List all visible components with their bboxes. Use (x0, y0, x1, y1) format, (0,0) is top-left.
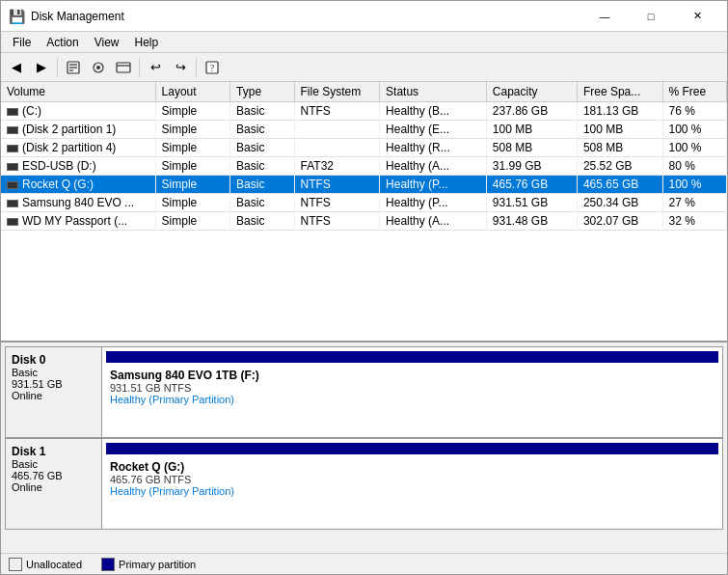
cell-volume: Rocket Q (G:) (1, 176, 155, 194)
cell-status: Healthy (A... (380, 157, 487, 176)
cell-volume: (Disk 2 partition 4) (1, 139, 155, 157)
partition-name-0: Samsung 840 EVO 1TB (F:) (110, 369, 715, 382)
disk-properties-button[interactable] (87, 56, 110, 79)
disk-type-0: Basic (12, 367, 95, 378)
close-button[interactable]: ✕ (675, 2, 719, 31)
redo-button[interactable]: ↪ (169, 56, 192, 79)
cell-free: 302.07 GB (577, 212, 662, 231)
cell-pct: 27 % (662, 194, 727, 212)
cell-capacity: 931.48 GB (486, 212, 577, 231)
table-row[interactable]: ESD-USB (D:) Simple Basic FAT32 Healthy … (1, 157, 727, 176)
table-row[interactable]: Rocket Q (G:) Simple Basic NTFS Healthy … (1, 176, 727, 194)
menu-bar: File Action View Help (1, 32, 727, 53)
cell-type: Basic (230, 212, 294, 231)
cell-volume: WD MY Passport (... (1, 212, 155, 231)
disk-row-0: Disk 0 Basic 931.51 GB Online Samsung 84… (5, 346, 723, 438)
disk-size-1: 465.76 GB (12, 470, 95, 481)
disk-label-0: Disk 0 Basic 931.51 GB Online (6, 347, 102, 437)
cell-free: 508 MB (577, 139, 662, 157)
main-window: 💾 Disk Management — □ ✕ File Action View… (0, 0, 728, 575)
menu-view[interactable]: View (87, 34, 127, 51)
maximize-button[interactable]: □ (629, 2, 673, 31)
minimize-button[interactable]: — (582, 2, 627, 31)
cell-volume: Samsung 840 EVO ... (1, 194, 155, 212)
back-button[interactable]: ◀ (5, 56, 28, 79)
col-layout[interactable]: Layout (155, 82, 230, 102)
cell-type: Basic (230, 157, 294, 176)
table-row[interactable]: (Disk 2 partition 4) Simple Basic Health… (1, 139, 727, 157)
volumes-table: Volume Layout Type File System Status Ca… (1, 82, 727, 231)
disk-partitions-1[interactable]: Rocket Q (G:) 465.76 GB NTFS Healthy (Pr… (102, 439, 722, 529)
cell-type: Basic (230, 194, 294, 212)
partition-size-0: 931.51 GB NTFS (110, 382, 715, 394)
col-capacity[interactable]: Capacity (486, 82, 577, 102)
disk-name-1: Disk 1 (12, 445, 95, 458)
table-container[interactable]: Volume Layout Type File System Status Ca… (1, 82, 727, 341)
menu-action[interactable]: Action (39, 34, 86, 51)
cell-filesystem (294, 121, 380, 139)
unallocated-label: Unallocated (26, 559, 82, 570)
undo-button[interactable]: ↩ (144, 56, 167, 79)
cell-type: Basic (230, 139, 294, 157)
disk-row-1: Disk 1 Basic 465.76 GB Online Rocket Q (… (5, 438, 723, 530)
cell-layout: Simple (155, 121, 230, 139)
cell-capacity: 508 MB (486, 139, 577, 157)
table-row[interactable]: Samsung 840 EVO ... Simple Basic NTFS He… (1, 194, 727, 212)
cell-layout: Simple (155, 157, 230, 176)
cell-volume: (Disk 2 partition 1) (1, 121, 155, 139)
table-row[interactable]: WD MY Passport (... Simple Basic NTFS He… (1, 212, 727, 231)
cell-status: Healthy (A... (380, 212, 487, 231)
cell-type: Basic (230, 102, 294, 121)
legend-primary: Primary partition (101, 558, 196, 571)
disk-partitions-0[interactable]: Samsung 840 EVO 1TB (F:) 931.51 GB NTFS … (102, 347, 722, 437)
cell-filesystem: NTFS (294, 194, 380, 212)
table-row[interactable]: (Disk 2 partition 1) Simple Basic Health… (1, 121, 727, 139)
cell-free: 25.52 GB (577, 157, 662, 176)
partition-status-0: Healthy (Primary Partition) (110, 394, 715, 405)
properties-button[interactable] (62, 56, 85, 79)
col-type[interactable]: Type (230, 82, 294, 102)
cell-pct: 80 % (662, 157, 727, 176)
cell-type: Basic (230, 121, 294, 139)
title-bar-left: 💾 Disk Management (9, 9, 124, 24)
primary-icon (101, 558, 115, 571)
cell-status: Healthy (E... (380, 121, 487, 139)
col-volume[interactable]: Volume (1, 82, 155, 102)
disk-scroll[interactable]: Disk 0 Basic 931.51 GB Online Samsung 84… (1, 342, 727, 553)
menu-file[interactable]: File (5, 34, 39, 51)
col-freespace[interactable]: Free Spa... (577, 82, 662, 102)
menu-help[interactable]: Help (127, 34, 167, 51)
help-button[interactable]: ? (201, 56, 224, 79)
cell-free: 465.65 GB (577, 176, 662, 194)
status-bar: Unallocated Primary partition (1, 553, 727, 574)
partition-name-1: Rocket Q (G:) (110, 460, 715, 474)
col-filesystem[interactable]: File System (294, 82, 380, 102)
partition-bar-1 (106, 443, 718, 454)
cell-layout: Simple (155, 139, 230, 157)
disk-label-1: Disk 1 Basic 465.76 GB Online (6, 439, 102, 529)
cell-capacity: 31.99 GB (486, 157, 577, 176)
forward-button[interactable]: ▶ (30, 56, 53, 79)
cell-status: Healthy (P... (380, 176, 487, 194)
svg-text:?: ? (210, 63, 215, 73)
cell-capacity: 100 MB (486, 121, 577, 139)
col-pctfree[interactable]: % Free (662, 82, 727, 102)
cell-capacity: 931.51 GB (486, 194, 577, 212)
cell-filesystem: NTFS (294, 212, 380, 231)
cell-pct: 100 % (662, 121, 727, 139)
disk-name-0: Disk 0 (12, 353, 95, 367)
cell-capacity: 237.86 GB (486, 102, 577, 121)
partition-size-1: 465.76 GB NTFS (110, 474, 715, 485)
bottom-pane: Disk 0 Basic 931.51 GB Online Samsung 84… (1, 342, 727, 574)
cell-status: Healthy (B... (380, 102, 487, 121)
partition-info-0: Samsung 840 EVO 1TB (F:) 931.51 GB NTFS … (106, 367, 718, 407)
table-row[interactable]: (C:) Simple Basic NTFS Healthy (B... 237… (1, 102, 727, 121)
rescan-button[interactable] (112, 56, 135, 79)
cell-volume: ESD-USB (D:) (1, 157, 155, 176)
content-area: Volume Layout Type File System Status Ca… (1, 82, 727, 574)
col-status[interactable]: Status (380, 82, 487, 102)
cell-free: 100 MB (577, 121, 662, 139)
cell-status: Healthy (R... (380, 139, 487, 157)
cell-status: Healthy (P... (380, 194, 487, 212)
cell-layout: Simple (155, 212, 230, 231)
